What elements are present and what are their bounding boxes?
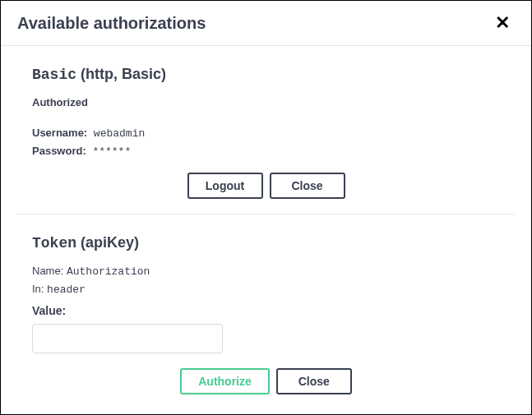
value-field-label: Value: — [32, 304, 515, 317]
token-in-value: header — [47, 284, 86, 296]
logout-button[interactable]: Logout — [187, 173, 263, 199]
password-label: Password: — [32, 145, 86, 157]
auth-heading-token: Token (apiKey) — [32, 234, 515, 251]
close-button-token[interactable]: Close — [276, 368, 352, 394]
username-label: Username: — [32, 127, 87, 139]
token-name-row: Name: Authorization — [32, 265, 515, 278]
auth-status-basic: Authorized — [32, 96, 515, 108]
button-row-token: Authorize Close — [32, 368, 515, 394]
username-value: webadmin — [94, 127, 145, 140]
token-name-label: Name: — [32, 265, 63, 277]
password-row: Password: ****** — [32, 145, 515, 158]
auth-name-basic: Basic — [32, 67, 76, 83]
password-value: ****** — [92, 145, 131, 158]
value-input[interactable] — [32, 324, 223, 353]
close-button-basic[interactable]: Close — [270, 173, 345, 199]
token-in-label: In: — [32, 283, 44, 295]
modal-body: Basic (http, Basic) Authorized Username:… — [1, 46, 531, 409]
close-icon[interactable]: ✕ — [490, 12, 515, 34]
modal-title: Available authorizations — [17, 14, 206, 33]
token-in-row: In: header — [32, 283, 515, 296]
auth-section-token: Token (apiKey) Name: Authorization In: h… — [17, 214, 515, 409]
auth-section-basic: Basic (http, Basic) Authorized Username:… — [17, 46, 515, 214]
modal-header: Available authorizations ✕ — [1, 1, 531, 46]
auth-heading-basic: Basic (http, Basic) — [32, 66, 515, 83]
username-row: Username: webadmin — [32, 127, 515, 140]
auth-scheme-token: (apiKey) — [81, 234, 139, 251]
button-row-basic: Logout Close — [32, 173, 515, 199]
auth-scheme-basic: (http, Basic) — [81, 66, 166, 82]
authorize-button[interactable]: Authorize — [180, 368, 270, 394]
auth-name-token: Token — [32, 235, 76, 251]
token-name-value: Authorization — [67, 265, 150, 278]
